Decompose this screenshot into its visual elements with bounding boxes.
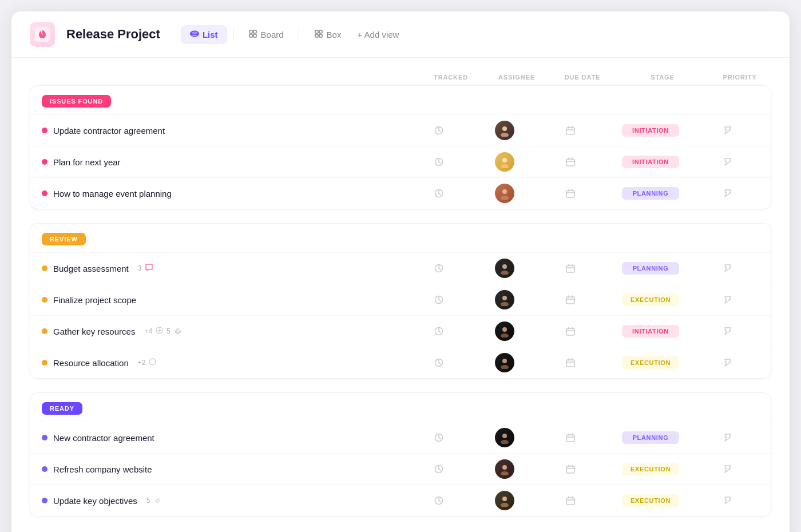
table-row: Update key objectives 5 bbox=[30, 485, 771, 516]
task-name-cell: Update contractor agreement bbox=[42, 126, 405, 136]
svg-point-16 bbox=[502, 158, 507, 162]
table-row: Refresh company website bbox=[30, 453, 771, 485]
box-icon bbox=[314, 29, 323, 40]
tracked-cell[interactable] bbox=[405, 188, 473, 198]
tab-box[interactable]: Box bbox=[305, 25, 351, 44]
due-date-cell[interactable] bbox=[536, 125, 605, 136]
svg-point-50 bbox=[502, 497, 507, 501]
group-header-issues: ISSUES FOUND bbox=[30, 86, 771, 114]
priority-cell[interactable] bbox=[696, 464, 759, 474]
calendar-icon bbox=[565, 295, 576, 305]
task-name-cell: Refresh company website bbox=[42, 464, 405, 474]
priority-cell[interactable] bbox=[696, 295, 759, 305]
svg-point-21 bbox=[501, 196, 509, 200]
tab-list[interactable]: List bbox=[181, 25, 227, 44]
avatar bbox=[495, 259, 514, 278]
due-date-cell[interactable] bbox=[536, 188, 605, 198]
svg-rect-8 bbox=[319, 30, 322, 33]
col-tracked: TRACKED bbox=[417, 74, 485, 81]
comment-icon bbox=[145, 263, 153, 273]
task-dot bbox=[42, 328, 47, 334]
calendar-icon bbox=[565, 188, 576, 198]
svg-point-43 bbox=[501, 440, 509, 444]
assignee-cell bbox=[473, 152, 536, 172]
tracked-cell[interactable] bbox=[405, 495, 473, 506]
assignee-cell bbox=[473, 184, 536, 203]
stage-badge: INITIATION bbox=[622, 325, 679, 338]
stage-cell: INITIATION bbox=[605, 156, 696, 168]
calendar-icon bbox=[565, 495, 576, 506]
tracked-cell[interactable] bbox=[405, 326, 473, 336]
task-dot bbox=[42, 297, 47, 303]
svg-point-1 bbox=[191, 31, 199, 36]
tab-board[interactable]: Board bbox=[239, 25, 293, 44]
tracked-icon bbox=[434, 263, 444, 273]
add-view-button[interactable]: + Add view bbox=[357, 30, 399, 39]
due-date-cell[interactable] bbox=[536, 432, 605, 443]
svg-point-28 bbox=[502, 296, 507, 300]
col-assignee: ASSIGNEE bbox=[485, 74, 548, 81]
stage-badge: EXECUTION bbox=[622, 293, 679, 306]
svg-rect-14 bbox=[566, 128, 574, 134]
due-date-cell[interactable] bbox=[536, 464, 605, 474]
avatar bbox=[495, 459, 514, 479]
board-icon bbox=[248, 29, 257, 40]
svg-point-36 bbox=[149, 359, 156, 365]
due-date-cell[interactable] bbox=[536, 326, 605, 336]
tracked-cell[interactable] bbox=[405, 358, 473, 368]
priority-icon bbox=[723, 464, 733, 474]
due-date-cell[interactable] bbox=[536, 263, 605, 273]
priority-cell[interactable] bbox=[696, 125, 759, 136]
stage-badge: EXECUTION bbox=[622, 494, 679, 507]
assignee-cell bbox=[473, 259, 536, 278]
priority-icon bbox=[723, 432, 733, 443]
stage-cell: PLANNING bbox=[605, 431, 696, 444]
due-date-cell[interactable] bbox=[536, 358, 605, 368]
tracked-icon bbox=[434, 326, 444, 336]
tracked-cell[interactable] bbox=[405, 432, 473, 443]
priority-cell[interactable] bbox=[696, 495, 759, 506]
due-date-cell[interactable] bbox=[536, 295, 605, 305]
attachment-icon bbox=[153, 496, 161, 505]
priority-cell[interactable] bbox=[696, 157, 759, 167]
tracked-cell[interactable] bbox=[405, 295, 473, 305]
task-name-cell: Finalize project scope bbox=[42, 295, 405, 305]
app-logo bbox=[30, 22, 55, 47]
task-name-cell: Resource allocation +2 bbox=[42, 358, 405, 368]
svg-rect-26 bbox=[566, 265, 574, 272]
task-name: Update key objectives bbox=[53, 496, 137, 506]
avatar bbox=[495, 184, 514, 203]
tracked-cell[interactable] bbox=[405, 263, 473, 273]
badge-count: 3 bbox=[138, 264, 142, 272]
svg-point-47 bbox=[501, 471, 509, 475]
table-row: How to manage event planning bbox=[30, 177, 771, 209]
due-date-cell[interactable] bbox=[536, 495, 605, 506]
app-container: Release Project List bbox=[11, 11, 790, 532]
tracked-cell[interactable] bbox=[405, 464, 473, 474]
priority-cell[interactable] bbox=[696, 188, 759, 198]
badge-count: +4 bbox=[144, 327, 152, 335]
group-ready: READY New contractor agreement bbox=[30, 392, 771, 517]
svg-point-42 bbox=[502, 434, 507, 438]
priority-cell[interactable] bbox=[696, 358, 759, 368]
task-dot bbox=[42, 466, 47, 472]
stage-cell: INITIATION bbox=[605, 124, 696, 137]
badge-count: 5 bbox=[146, 497, 150, 505]
svg-rect-6 bbox=[253, 34, 256, 37]
calendar-icon bbox=[565, 464, 576, 474]
priority-icon bbox=[723, 495, 733, 506]
tracked-cell[interactable] bbox=[405, 157, 473, 167]
priority-cell[interactable] bbox=[696, 432, 759, 443]
col-stage: STAGE bbox=[617, 74, 708, 81]
tracked-icon bbox=[434, 464, 444, 474]
table-row: Gather key resources +4 5 bbox=[30, 315, 771, 347]
group-badge-review: REVIEW bbox=[42, 233, 86, 245]
stage-cell: EXECUTION bbox=[605, 494, 696, 507]
tracked-cell[interactable] bbox=[405, 125, 473, 136]
svg-rect-52 bbox=[566, 498, 574, 505]
assignee-cell bbox=[473, 428, 536, 447]
priority-cell[interactable] bbox=[696, 263, 759, 273]
due-date-cell[interactable] bbox=[536, 157, 605, 167]
priority-cell[interactable] bbox=[696, 326, 759, 336]
calendar-icon bbox=[565, 358, 576, 368]
